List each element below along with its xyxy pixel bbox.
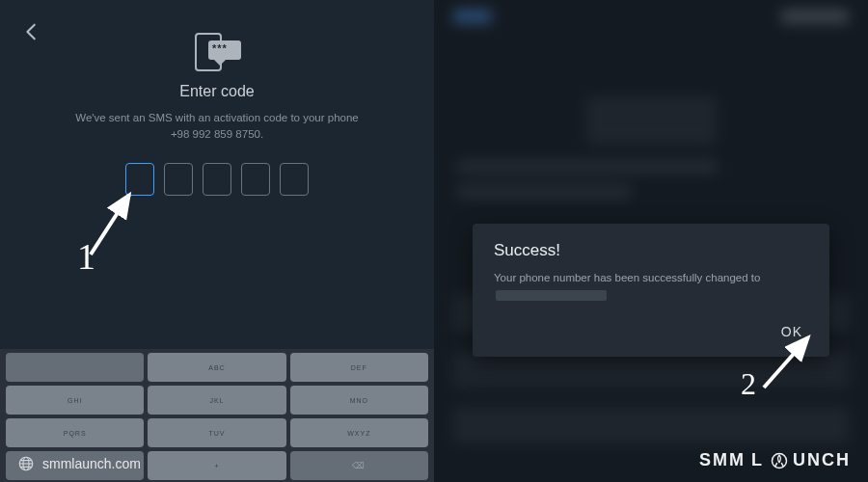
key-5[interactable]: JKL xyxy=(148,386,285,415)
key-6[interactable]: MNO xyxy=(290,386,428,415)
redacted-phone-number xyxy=(496,290,607,301)
key-0[interactable]: + xyxy=(148,451,285,480)
back-button[interactable] xyxy=(21,21,42,42)
code-digit-5[interactable] xyxy=(280,163,309,196)
annotation-1: 1 xyxy=(85,187,143,264)
annotation-1-label: 1 xyxy=(77,235,95,278)
code-digit-1[interactable] xyxy=(125,163,154,196)
success-screen: Success! Your phone number has been succ… xyxy=(434,0,868,482)
success-dialog: Success! Your phone number has been succ… xyxy=(473,224,829,357)
enter-code-screen: *** Enter code We've sent an SMS with an… xyxy=(0,0,434,482)
rocket-icon xyxy=(770,451,789,470)
globe-icon xyxy=(17,455,35,472)
key-1[interactable]: 1 xyxy=(6,353,144,382)
key-4[interactable]: GHI xyxy=(6,386,144,415)
key-2[interactable]: ABC xyxy=(148,353,285,382)
watermark-left: smmlaunch.com xyxy=(17,455,141,472)
code-input-row xyxy=(125,163,309,196)
dialog-body: Your phone number has been successfully … xyxy=(494,270,808,305)
watermark-left-text: smmlaunch.com xyxy=(42,456,141,471)
code-digit-2[interactable] xyxy=(164,163,193,196)
sms-illustration: *** xyxy=(191,33,243,71)
dialog-title: Success! xyxy=(494,241,808,260)
svg-line-0 xyxy=(91,195,129,254)
key-backspace[interactable]: ⌫ xyxy=(290,451,428,480)
key-9[interactable]: WXYZ xyxy=(290,418,428,447)
code-digit-4[interactable] xyxy=(241,163,270,196)
key-3[interactable]: DEF xyxy=(290,353,428,382)
key-7[interactable]: PQRS xyxy=(6,418,144,447)
key-8[interactable]: TUV xyxy=(148,418,285,447)
watermark-right: SMML UNCH xyxy=(699,450,851,470)
ok-button[interactable]: OK xyxy=(775,318,808,345)
page-title: Enter code xyxy=(179,83,254,100)
code-digit-3[interactable] xyxy=(203,163,231,196)
page-subtitle: We've sent an SMS with an activation cod… xyxy=(75,110,359,144)
